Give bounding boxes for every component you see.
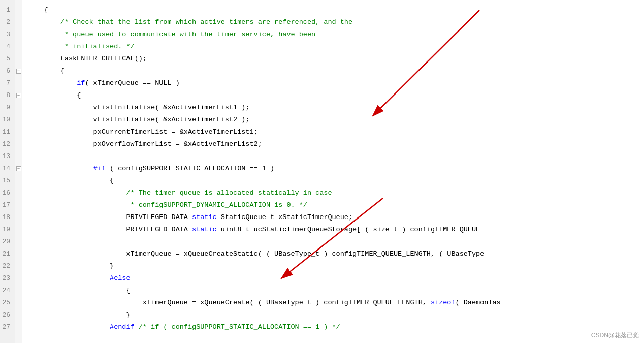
code-line: pxOverflowTimerList = &xActiveTimerList2… bbox=[27, 138, 644, 150]
line-num: 19 bbox=[2, 224, 12, 236]
code-text: #else bbox=[110, 272, 131, 285]
line-num: 25 bbox=[2, 297, 12, 309]
code-line: taskENTER_CRITICAL(); bbox=[27, 53, 644, 65]
fold-indicators: − − − bbox=[15, 0, 22, 343]
line-num: 23 bbox=[2, 272, 12, 285]
code-text: StaticQueue_t xStaticTimerQueue; bbox=[217, 211, 352, 224]
code-container: 1 2 3 4 5 6 7 8 9 10 11 12 13 14 15 16 1… bbox=[0, 0, 644, 343]
code-line: { bbox=[27, 4, 644, 16]
code-text: uint8_t ucStaticTimerQueueStorage[ ( siz… bbox=[217, 224, 485, 236]
line-num: 13 bbox=[2, 150, 12, 163]
code-text: ( xTimerQueue == NULL ) bbox=[85, 77, 179, 89]
fold-cell bbox=[15, 248, 22, 260]
fold-cell bbox=[15, 260, 22, 272]
line-num: 18 bbox=[2, 211, 12, 224]
fold-cell bbox=[15, 41, 22, 53]
fold-cell bbox=[15, 224, 22, 236]
fold-cell bbox=[15, 102, 22, 114]
line-num: 15 bbox=[2, 175, 12, 187]
line-numbers: 1 2 3 4 5 6 7 8 9 10 11 12 13 14 15 16 1… bbox=[0, 0, 15, 343]
line-num: 21 bbox=[2, 248, 12, 260]
fold-cell bbox=[15, 187, 22, 199]
line-num: 10 bbox=[2, 114, 12, 126]
code-line: #if ( configSUPPORT_STATIC_ALLOCATION ==… bbox=[27, 163, 644, 175]
code-line: pxCurrentTimerList = &xActiveTimerList1; bbox=[27, 126, 644, 138]
code-text: xTimerQueue = xQueueCreateStatic( ( UBas… bbox=[27, 248, 484, 260]
fold-cell bbox=[15, 285, 22, 297]
code-text: } bbox=[27, 309, 131, 321]
code-text: ( configSUPPORT_STATIC_ALLOCATION == 1 ) bbox=[106, 163, 274, 175]
line-num: 11 bbox=[2, 126, 12, 138]
code-text: /* The timer queue is allocated statical… bbox=[27, 187, 332, 199]
line-num: 4 bbox=[6, 41, 12, 53]
code-line: * configSUPPORT_DYNAMIC_ALLOCATION is 0.… bbox=[27, 199, 644, 211]
fold-cell[interactable]: − bbox=[15, 89, 22, 102]
code-text: /* if ( configSUPPORT_STATIC_ALLOCATION … bbox=[135, 321, 340, 333]
fold-cell bbox=[15, 126, 22, 138]
code-text: { bbox=[27, 65, 65, 77]
fold-cell bbox=[15, 138, 22, 150]
code-text: ( DaemonTas bbox=[456, 297, 501, 309]
code-text: static bbox=[192, 224, 217, 236]
code-line: vListInitialise( &xActiveTimerList2 ); bbox=[27, 114, 644, 126]
code-line: { bbox=[27, 89, 644, 102]
line-num: 5 bbox=[6, 53, 12, 65]
code-line: #else bbox=[27, 272, 644, 285]
code-text: vListInitialise( &xActiveTimerList1 ); bbox=[27, 102, 249, 114]
line-num: 9 bbox=[6, 102, 12, 114]
fold-cell bbox=[15, 199, 22, 211]
code-line: if( xTimerQueue == NULL ) bbox=[27, 77, 644, 89]
line-num: 17 bbox=[2, 199, 12, 211]
code-line: PRIVILEGED_DATA static uint8_t ucStaticT… bbox=[27, 224, 644, 236]
fold-cell[interactable]: − bbox=[15, 163, 22, 175]
code-line: } bbox=[27, 309, 644, 321]
code-text: * queue used to communicate with the tim… bbox=[27, 28, 315, 41]
line-num: 14 bbox=[2, 163, 12, 175]
line-num: 24 bbox=[2, 285, 12, 297]
fold-cell bbox=[15, 272, 22, 285]
fold-icon[interactable]: − bbox=[16, 69, 21, 74]
line-num: 6 bbox=[6, 65, 12, 77]
fold-cell bbox=[15, 28, 22, 41]
fold-cell bbox=[15, 211, 22, 224]
code-line: /* The timer queue is allocated statical… bbox=[27, 187, 644, 199]
code-line: xTimerQueue = xQueueCreateStatic( ( UBas… bbox=[27, 248, 644, 260]
code-text: sizeof bbox=[431, 297, 456, 309]
line-num: 7 bbox=[6, 77, 12, 89]
code-text bbox=[27, 272, 110, 285]
line-num: 3 bbox=[6, 28, 12, 41]
fold-icon[interactable]: − bbox=[16, 93, 21, 98]
fold-cell bbox=[15, 150, 22, 163]
code-line: vListInitialise( &xActiveTimerList1 ); bbox=[27, 102, 644, 114]
code-text: { bbox=[27, 4, 48, 16]
line-num: 16 bbox=[2, 187, 12, 199]
code-text bbox=[27, 77, 77, 89]
code-line: { bbox=[27, 285, 644, 297]
fold-cell[interactable]: − bbox=[15, 65, 22, 77]
code-line: #endif /* if ( configSUPPORT_STATIC_ALLO… bbox=[27, 321, 644, 333]
code-text: * configSUPPORT_DYNAMIC_ALLOCATION is 0.… bbox=[27, 199, 307, 211]
code-text: { bbox=[27, 175, 114, 187]
line-num: 20 bbox=[2, 236, 12, 248]
line-num: 27 bbox=[2, 321, 12, 333]
code-text: } bbox=[27, 260, 114, 272]
watermark: CSDN@花落已觉 bbox=[591, 331, 639, 340]
fold-cell bbox=[15, 175, 22, 187]
fold-cell bbox=[15, 77, 22, 89]
code-line: * queue used to communicate with the tim… bbox=[27, 28, 644, 41]
line-num: 1 bbox=[6, 4, 12, 16]
code-text bbox=[27, 150, 31, 163]
fold-cell bbox=[15, 236, 22, 248]
code-line: * initialised. */ bbox=[27, 41, 644, 53]
line-num: 8 bbox=[6, 89, 12, 102]
code-text: static bbox=[192, 211, 217, 224]
code-text: xTimerQueue = xQueueCreate( ( UBaseType_… bbox=[27, 297, 431, 309]
fold-icon[interactable]: − bbox=[16, 166, 21, 171]
fold-cell bbox=[15, 4, 22, 16]
line-num: 26 bbox=[2, 309, 12, 321]
code-text: pxOverflowTimerList = &xActiveTimerList2… bbox=[27, 138, 262, 150]
code-text: { bbox=[27, 89, 81, 102]
line-num: 12 bbox=[2, 138, 12, 150]
code-text: PRIVILEGED_DATA bbox=[27, 224, 192, 236]
code-text: PRIVILEGED_DATA bbox=[27, 211, 192, 224]
